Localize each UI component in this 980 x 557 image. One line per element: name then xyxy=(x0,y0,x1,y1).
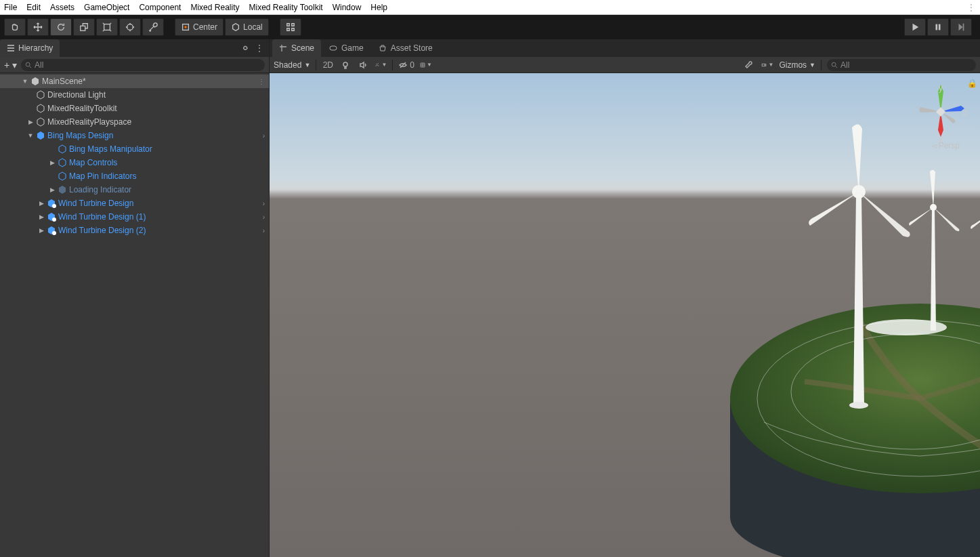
lighting-toggle-button[interactable] xyxy=(339,59,351,71)
snap-button[interactable] xyxy=(280,18,301,36)
shading-mode-label: Shaded xyxy=(274,60,301,70)
hand-tool-button[interactable] xyxy=(4,18,26,36)
hierarchy-item-wind-turbine-design-1[interactable]: ▶ Wind Turbine Design (1) › xyxy=(0,210,269,224)
gizmos-dropdown[interactable]: Gizmos ▼ xyxy=(779,60,815,70)
game-tab[interactable]: Game xyxy=(322,39,370,57)
menu-mixed-reality[interactable]: Mixed Reality xyxy=(190,3,239,12)
hierarchy-item-mixed-reality-playspace[interactable]: ▶ MixedRealityPlayspace xyxy=(0,115,269,129)
wrench-icon xyxy=(745,60,754,70)
menu-component[interactable]: Component xyxy=(139,3,181,12)
prefab-icon xyxy=(36,131,45,140)
hierarchy-item-bing-maps-manipulator[interactable]: Bing Maps Manipulator xyxy=(0,142,269,156)
row-menu-icon[interactable]: ⋮ xyxy=(258,78,265,85)
panel-menu-icon[interactable]: ⋮ xyxy=(255,43,263,53)
hierarchy-item-bing-maps-design[interactable]: ▼ Bing Maps Design › xyxy=(0,129,269,142)
menu-file[interactable]: File xyxy=(4,3,17,12)
hierarchy-item-wind-turbine-design[interactable]: ▶ Wind Turbine Design › xyxy=(0,197,269,210)
rect-icon xyxy=(102,22,112,32)
hidden-count-label: 0 xyxy=(410,60,414,70)
svg-point-8 xyxy=(26,62,30,66)
toolbar: Center Local xyxy=(0,15,980,39)
scene-panel: Scene Game Asset Store ⋮ Shaded ▼ 2D ▼ xyxy=(270,39,980,557)
pause-button[interactable] xyxy=(927,18,949,36)
gizmo-lock-icon[interactable]: 🔒 xyxy=(967,79,977,88)
tools-icon xyxy=(148,22,158,32)
expand-arrow-icon[interactable]: ▼ xyxy=(22,78,28,85)
prefab-icon xyxy=(58,144,67,154)
menu-window[interactable]: Window xyxy=(333,3,362,12)
custom-tool-button[interactable] xyxy=(142,18,164,36)
rotate-tool-button[interactable] xyxy=(50,18,72,36)
menu-mixed-reality-toolkit[interactable]: Mixed Reality Toolkit xyxy=(249,3,322,12)
hierarchy-item-directional-light[interactable]: Directional Light xyxy=(0,88,269,102)
hierarchy-item-map-controls[interactable]: ▶ Map Controls xyxy=(0,156,269,169)
svg-rect-12 xyxy=(330,46,337,50)
prefab-variant-icon xyxy=(47,226,56,235)
expand-arrow-icon[interactable]: ▶ xyxy=(49,159,56,166)
rect-tool-button[interactable] xyxy=(96,18,118,36)
wind-turbine-1 xyxy=(805,121,913,412)
expand-arrow-icon[interactable]: ▶ xyxy=(49,186,56,193)
hierarchy-search[interactable]: All xyxy=(21,59,265,71)
scene-search[interactable]: All xyxy=(827,59,976,71)
effects-dropdown[interactable]: ▼ xyxy=(375,59,387,71)
chevron-right-icon[interactable]: › xyxy=(263,132,265,140)
scale-tool-button[interactable] xyxy=(73,18,95,36)
expand-arrow-icon[interactable]: ▶ xyxy=(38,200,45,207)
audio-toggle-button[interactable] xyxy=(357,59,369,71)
toggle-2d-button[interactable]: 2D xyxy=(322,59,334,71)
camera-dropdown[interactable]: ▼ xyxy=(761,59,773,71)
chevron-right-icon[interactable]: › xyxy=(263,227,265,234)
expand-arrow-icon[interactable]: ▼ xyxy=(27,132,34,139)
projection-label[interactable]: ◅ Persp xyxy=(931,141,960,150)
hierarchy-tab[interactable]: Hierarchy xyxy=(0,39,60,57)
svg-rect-0 xyxy=(81,26,85,30)
expand-arrow-icon[interactable]: ▶ xyxy=(38,227,45,234)
hidden-objects-toggle[interactable]: 0 xyxy=(398,59,414,71)
scene-tab-label: Scene xyxy=(291,43,314,53)
menu-assets[interactable]: Assets xyxy=(50,3,74,12)
grid-icon xyxy=(420,60,425,70)
move-icon xyxy=(33,22,43,32)
scene-viewport[interactable]: y z x 🔒 ◅ Persp xyxy=(270,73,980,557)
menu-edit[interactable]: Edit xyxy=(26,3,41,12)
scene-tabs: Scene Game Asset Store ⋮ xyxy=(270,39,980,57)
hierarchy-icon xyxy=(7,44,15,52)
gameobject-icon xyxy=(36,104,45,113)
chevron-right-icon[interactable]: › xyxy=(263,213,265,221)
menu-help[interactable]: Help xyxy=(370,3,387,12)
move-tool-button[interactable] xyxy=(27,18,49,36)
shading-mode-dropdown[interactable]: Shaded ▼ xyxy=(274,60,310,70)
hierarchy-item-wind-turbine-design-2[interactable]: ▶ Wind Turbine Design (2) › xyxy=(0,224,269,237)
hierarchy-item-mixed-reality-toolkit[interactable]: MixedRealityToolkit xyxy=(0,102,269,115)
asset-store-tab[interactable]: Asset Store xyxy=(372,39,440,57)
expand-arrow-icon[interactable]: ▶ xyxy=(27,119,34,125)
svg-rect-16 xyxy=(763,64,765,66)
play-button[interactable] xyxy=(904,18,926,36)
hierarchy-item-label: Loading Indicator xyxy=(69,185,131,194)
scene-toolbar: Shaded ▼ 2D ▼ 0 ▼ ▼ Gizmos ▼ All xyxy=(270,57,980,73)
step-button[interactable] xyxy=(950,18,972,36)
pivot-mode-button[interactable]: Center xyxy=(175,18,223,36)
scene-tab[interactable]: Scene xyxy=(272,39,321,57)
lightbulb-icon xyxy=(341,60,350,70)
svg-point-14 xyxy=(377,63,377,64)
transform-tool-button[interactable] xyxy=(119,18,141,36)
hierarchy-item-loading-indicator[interactable]: ▶ Loading Indicator xyxy=(0,183,269,197)
chevron-right-icon[interactable]: › xyxy=(263,200,265,207)
tools-icon-button[interactable] xyxy=(744,59,756,71)
game-tab-label: Game xyxy=(341,43,364,53)
scene-panel-menu-icon[interactable]: ⋮ xyxy=(967,3,976,12)
grid-dropdown[interactable]: ▼ xyxy=(420,59,432,71)
orientation-gizmo[interactable]: y z x xyxy=(914,81,968,142)
expand-arrow-icon[interactable]: ▶ xyxy=(38,213,45,220)
svg-point-2 xyxy=(127,24,133,30)
pivot-rotation-button[interactable]: Local xyxy=(225,18,269,36)
menu-gameobject[interactable]: GameObject xyxy=(84,3,129,12)
create-dropdown[interactable]: + ▾ xyxy=(4,60,17,70)
svg-point-17 xyxy=(832,62,836,66)
hierarchy-item-map-pin-indicators[interactable]: Map Pin Indicators xyxy=(0,169,269,183)
svg-point-22 xyxy=(849,402,868,409)
hierarchy-scene-row[interactable]: ▼ MainScene* ⋮ xyxy=(0,75,269,88)
panel-lock-icon[interactable]: ⭘ xyxy=(242,43,250,53)
